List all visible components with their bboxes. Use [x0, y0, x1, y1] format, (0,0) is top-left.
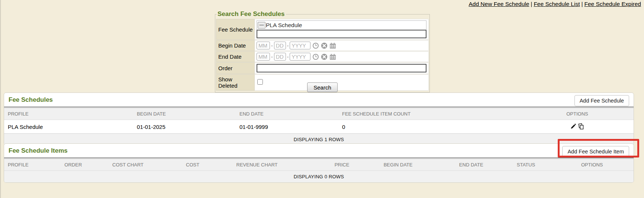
begin-date-year-input[interactable] [290, 42, 310, 49]
search-form-table: Fee Schedule — PLA Schedule Begin Date -… [216, 19, 429, 91]
date-separator: - [287, 43, 289, 49]
clock-icon[interactable] [312, 42, 319, 49]
cell-end-date: 01-01-9999 [236, 120, 338, 134]
fee-schedules-table: PROFILE BEGIN DATE END DATE FEE SCHEDULE… [4, 108, 634, 145]
date-separator: - [287, 54, 289, 60]
fee-schedule-table-row: PLA Schedule 01-01-2025 01-01-9999 0 [4, 120, 634, 134]
col-status: STATUS [501, 159, 550, 171]
fee-schedule-page: { "page": { "background": "#f3edda", "ac… [0, 0, 644, 198]
add-fee-schedule-button[interactable]: Add Fee Schedule [574, 95, 629, 106]
fee-schedules-title: Fee Schedules [9, 96, 53, 104]
col-options: OPTIONS [550, 159, 634, 171]
clear-date-icon[interactable] [321, 42, 328, 49]
col-end-date: END DATE [236, 108, 338, 120]
end-date-row: End Date - - [216, 51, 429, 62]
clock-icon[interactable] [312, 53, 319, 60]
col-options: OPTIONS [521, 108, 634, 120]
end-date-label: End Date [216, 51, 255, 62]
order-input[interactable] [257, 64, 426, 72]
order-row: Order [216, 62, 429, 74]
col-end-date: END DATE [455, 159, 502, 171]
fee-schedule-items-header: Fee Schedule Items Add Fee Schedule Item [4, 144, 634, 158]
col-item-count: FEE SCHEDULE ITEM COUNT [338, 108, 521, 120]
fee-schedule-label: Fee Schedule [216, 19, 255, 40]
col-profile: PROFILE [4, 108, 133, 120]
tree-collapse-button[interactable]: — [258, 22, 265, 29]
col-order: ORDER [61, 159, 109, 171]
cell-profile: PLA Schedule [4, 120, 133, 134]
end-date-year-input[interactable] [290, 53, 310, 61]
calendar-icon[interactable] [329, 53, 336, 60]
clear-date-icon[interactable] [321, 53, 328, 60]
link-separator: | [581, 1, 583, 7]
col-profile: PROFILE [4, 159, 61, 171]
fee-schedules-header: Fee Schedules Add Fee Schedule [4, 93, 634, 107]
fee-schedule-tree: — PLA Schedule [257, 20, 426, 30]
search-button-container: Search [215, 82, 430, 92]
col-revenue-chart: REVENUE CHART [233, 159, 331, 171]
top-nav-links: Add New Fee Schedule|Fee Schedule List|F… [468, 1, 641, 7]
calendar-icon[interactable] [329, 42, 336, 49]
fee-schedule-items-header-row: PROFILE ORDER COST CHART COST REVENUE CH… [4, 159, 634, 171]
cell-begin-date: 01-01-2025 [133, 120, 236, 134]
search-form-title: Search Fee Schedules [217, 10, 286, 18]
cell-options [521, 120, 634, 134]
edit-pencil-icon[interactable] [570, 123, 577, 130]
cell-item-count: 0 [338, 120, 521, 134]
begin-date-month-input[interactable] [257, 42, 270, 49]
copy-icon[interactable] [578, 123, 585, 130]
col-price: PRICE [331, 159, 380, 171]
begin-date-label: Begin Date [216, 40, 255, 51]
fee-schedule-items-row-count: DISPLAYING 0 ROWS [4, 171, 634, 183]
date-separator: - [271, 43, 273, 49]
fee-schedule-list-link[interactable]: Fee Schedule List [534, 1, 580, 7]
add-fee-schedule-item-button[interactable]: Add Fee Schedule Item [562, 146, 629, 157]
fee-schedule-field: — PLA Schedule [255, 19, 429, 40]
begin-date-field: - - [255, 40, 429, 51]
order-label: Order [216, 62, 255, 74]
fee-schedule-items-title: Fee Schedule Items [9, 147, 68, 155]
begin-date-row: Begin Date - - [216, 40, 429, 51]
fee-schedule-items-footer-row: DISPLAYING 0 ROWS [4, 171, 634, 183]
col-cost: COST [182, 159, 232, 171]
fee-schedule-expired-link[interactable]: Fee Schedule Expired [584, 1, 641, 7]
tree-item-pla-schedule[interactable]: PLA Schedule [266, 22, 302, 29]
link-separator: | [531, 1, 532, 7]
order-field [255, 62, 429, 74]
fee-schedule-items-panel: Fee Schedule Items Add Fee Schedule Item… [4, 143, 634, 183]
add-new-fee-schedule-link[interactable]: Add New Fee Schedule [468, 1, 529, 7]
begin-date-day-input[interactable] [274, 42, 286, 49]
fee-schedules-panel: Fee Schedules Add Fee Schedule PROFILE B… [4, 92, 634, 146]
fee-schedules-header-row: PROFILE BEGIN DATE END DATE FEE SCHEDULE… [4, 108, 634, 120]
end-date-field: - - [255, 51, 429, 62]
end-date-month-input[interactable] [257, 53, 270, 61]
fee-schedule-row: Fee Schedule — PLA Schedule [216, 19, 429, 40]
fee-schedule-items-table: PROFILE ORDER COST CHART COST REVENUE CH… [4, 159, 634, 182]
col-cost-chart: COST CHART [109, 159, 182, 171]
end-date-day-input[interactable] [274, 53, 286, 61]
page-left-ruler [0, 0, 1, 198]
col-begin-date: BEGIN DATE [380, 159, 455, 171]
fee-schedule-input[interactable] [257, 30, 426, 38]
col-begin-date: BEGIN DATE [133, 108, 236, 120]
search-button[interactable]: Search [307, 82, 338, 92]
search-fee-schedules-form: Search Fee Schedules Fee Schedule — PLA … [215, 10, 430, 92]
date-separator: - [271, 54, 273, 60]
